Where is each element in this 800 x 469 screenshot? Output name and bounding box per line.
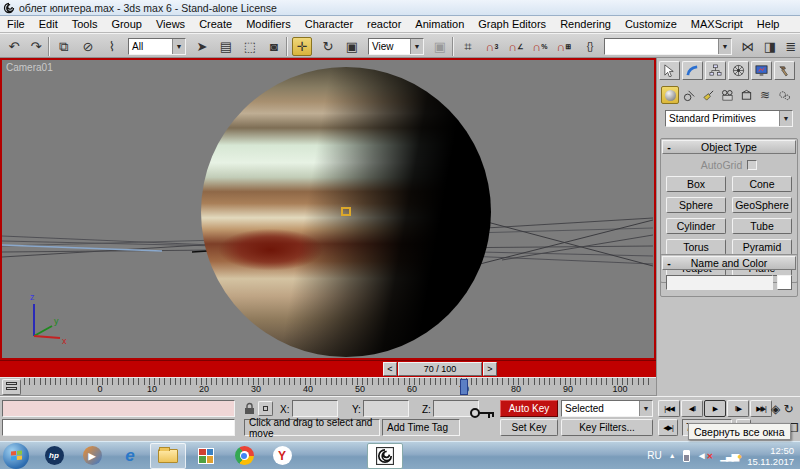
key-mode-toggle-button[interactable]: ◀▶|	[658, 419, 678, 436]
select-manipulate-icon[interactable]: ⌗	[458, 37, 478, 56]
language-indicator[interactable]: RU	[647, 450, 661, 461]
mini-curve-editor-button[interactable]	[2, 379, 21, 395]
select-by-name-icon[interactable]: ▤	[216, 37, 236, 56]
dropdown-arrow-icon[interactable]: ▼	[779, 111, 792, 126]
use-center-icon[interactable]: ▣	[430, 37, 450, 56]
menu-rendering[interactable]: Rendering	[553, 18, 618, 30]
menu-customize[interactable]: Customize	[618, 18, 684, 30]
category-dropdown[interactable]: Standard Primitives▼	[665, 110, 793, 127]
helpers-button[interactable]	[737, 86, 755, 104]
selection-lock-icon[interactable]	[244, 402, 255, 415]
y-coordinate-field[interactable]	[363, 400, 409, 417]
menu-group[interactable]: Group	[104, 18, 149, 30]
key-mode-dropdown[interactable]: Selected▼	[561, 400, 653, 417]
systems-button[interactable]	[775, 86, 793, 104]
time-slider-next-button[interactable]: >	[483, 362, 497, 376]
maxscript-listener-output[interactable]	[2, 419, 235, 436]
lights-button[interactable]	[699, 86, 717, 104]
cameras-button[interactable]	[718, 86, 736, 104]
camera-viewport[interactable]: Camera01 z y x	[0, 58, 656, 360]
viewport-label[interactable]: Camera01	[6, 62, 53, 73]
collapse-icon[interactable]: -	[663, 141, 675, 153]
layer-manager-icon[interactable]: ≣	[781, 37, 800, 56]
go-to-start-button[interactable]: |◀◀	[658, 400, 680, 417]
battery-icon[interactable]	[683, 450, 690, 462]
named-selection-sets-icon[interactable]: {}	[580, 37, 600, 56]
geometry-button[interactable]	[661, 86, 679, 104]
taskbar-3dsmax-icon[interactable]	[367, 443, 403, 469]
tab-utilities[interactable]	[774, 61, 795, 80]
x-coordinate-field[interactable]	[292, 400, 338, 417]
select-and-scale-icon[interactable]: ▣	[342, 37, 362, 56]
time-slider-track[interactable]: < 70 / 100 >	[0, 360, 656, 377]
menu-help[interactable]: Help	[750, 18, 787, 30]
rectangular-selection-region-icon[interactable]: ⬚	[240, 37, 260, 56]
arc-rotate-icon[interactable]: ↻	[782, 400, 795, 417]
set-key-button[interactable]: Set Key	[500, 419, 558, 436]
play-button[interactable]: ▶	[704, 400, 726, 417]
volume-muted-icon[interactable]: ◄✕	[697, 450, 714, 461]
taskbar-chrome-icon[interactable]	[226, 443, 262, 469]
cylinder-button[interactable]: Cylinder	[666, 218, 726, 234]
start-button[interactable]	[3, 443, 29, 469]
pyramid-button[interactable]: Pyramid	[732, 239, 792, 255]
auto-key-button[interactable]: Auto Key	[500, 400, 558, 417]
tab-hierarchy[interactable]	[705, 61, 726, 80]
object-name-field[interactable]	[666, 275, 773, 290]
taskbar-yandex-icon[interactable]: Y	[264, 443, 300, 469]
dropdown-arrow-icon[interactable]: ▼	[639, 401, 652, 416]
object-type-header[interactable]: - Object Type	[662, 140, 796, 154]
menu-character[interactable]: Character	[298, 18, 360, 30]
select-and-move-icon[interactable]: ✛	[292, 37, 312, 56]
shapes-button[interactable]	[680, 86, 698, 104]
taskbar-internet-explorer-icon[interactable]: e	[112, 443, 148, 469]
select-and-link-icon[interactable]: ⧉	[54, 37, 74, 56]
tab-display[interactable]	[751, 61, 772, 80]
cone-button[interactable]: Cone	[732, 176, 792, 192]
window-crossing-icon[interactable]: ◙	[264, 37, 284, 56]
space-warps-button[interactable]: ≋	[756, 86, 774, 104]
taskbar-clock[interactable]: 12:50 15.11.2017	[747, 445, 794, 467]
snap-toggle-icon[interactable]: ∩3	[482, 37, 502, 56]
maxscript-listener-input[interactable]	[2, 400, 235, 417]
object-color-swatch[interactable]	[777, 275, 792, 290]
collapse-icon[interactable]: -	[663, 257, 675, 269]
next-frame-button[interactable]: ‖▶	[727, 400, 749, 417]
menu-animation[interactable]: Animation	[408, 18, 471, 30]
time-slider-handle[interactable]: 70 / 100	[398, 362, 482, 376]
angle-snap-icon[interactable]: ∩∠	[506, 37, 526, 56]
unlink-selection-icon[interactable]: ⊘	[78, 37, 98, 56]
taskbar-explorer-icon[interactable]	[150, 443, 186, 469]
bind-to-spacewarp-icon[interactable]: ⌇	[102, 37, 122, 56]
select-and-rotate-icon[interactable]: ↻	[318, 37, 338, 56]
redo-icon[interactable]: ↷	[26, 37, 46, 56]
sphere-button[interactable]: Sphere	[666, 197, 726, 213]
key-filters-button[interactable]: Key Filters...	[561, 419, 653, 436]
selection-filter-dropdown[interactable]: All▼	[128, 38, 186, 55]
menu-views[interactable]: Views	[149, 18, 192, 30]
add-time-tag[interactable]: Add Time Tag	[382, 419, 460, 436]
hidden-icons-expander[interactable]: ▲	[669, 452, 676, 459]
dropdown-arrow-icon[interactable]: ▼	[718, 39, 731, 54]
set-keys-key-icon[interactable]	[470, 407, 496, 420]
menu-file[interactable]: File	[0, 18, 32, 30]
menu-modifiers[interactable]: Modifiers	[239, 18, 298, 30]
tab-modify[interactable]	[682, 61, 703, 80]
network-warning-icon[interactable]: ▁▃▅●	[720, 450, 740, 461]
menu-reactor[interactable]: reactor	[360, 18, 408, 30]
autogrid-checkbox[interactable]	[747, 160, 757, 170]
name-color-header[interactable]: - Name and Color	[662, 256, 796, 270]
select-object-icon[interactable]: ➤	[192, 37, 212, 56]
current-frame-marker[interactable]	[460, 379, 468, 395]
tube-button[interactable]: Tube	[732, 218, 792, 234]
spinner-snap-icon[interactable]: ∩⊞	[554, 37, 574, 56]
mirror-icon[interactable]: ⋈	[738, 37, 758, 56]
time-slider-prev-button[interactable]: <	[383, 362, 397, 376]
menu-create[interactable]: Create	[192, 18, 239, 30]
box-button[interactable]: Box	[666, 176, 726, 192]
zoom-extents-icon[interactable]: ◈	[769, 400, 782, 417]
geosphere-button[interactable]: GeoSphere	[732, 197, 792, 213]
dropdown-arrow-icon[interactable]: ▼	[410, 39, 423, 54]
previous-frame-button[interactable]: ◀‖	[681, 400, 703, 417]
absolute-offset-toggle[interactable]	[258, 401, 273, 416]
